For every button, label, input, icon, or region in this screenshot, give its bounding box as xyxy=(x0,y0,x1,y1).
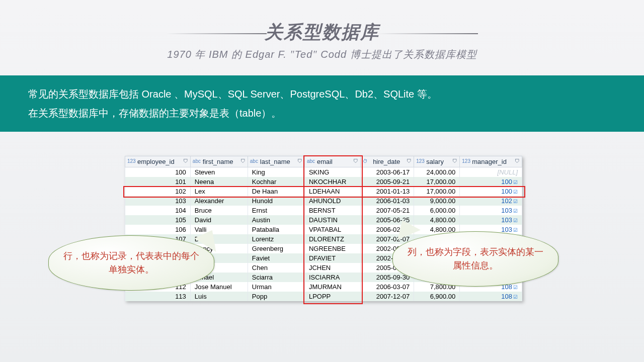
table-row: 103AlexanderHunoldAHUNOLD2006-01-039,000… xyxy=(125,196,522,206)
heading: 关系型数据库 1970 年 IBM 的 Edgar F. "Ted" Codd … xyxy=(0,0,644,61)
col-header-email: abcemail⛉ xyxy=(304,156,360,167)
band-line-1: 常见的关系型数据库包括 Oracle 、MySQL、SQL Server、Pos… xyxy=(28,84,616,104)
cell-employee_id: 100 xyxy=(125,167,191,177)
cell-last_name: Kochhar xyxy=(248,177,304,187)
quote-open: " xyxy=(290,49,294,60)
col-label: hire_date xyxy=(373,158,400,165)
cell-email: VPATABAL xyxy=(304,225,360,234)
band-line-2: 在关系型数据库中，存储数据的主要对象是表（table）。 xyxy=(28,104,616,123)
cell-email: AHUNOLD xyxy=(304,196,360,206)
col-label: salary xyxy=(426,158,444,165)
type-icon: abc xyxy=(193,158,201,164)
cell-salary: 6,000.00 xyxy=(414,206,460,215)
cell-email: BERNST xyxy=(304,206,360,215)
cell-first_name: Alexander xyxy=(190,196,248,206)
cell-first_name: Neena xyxy=(190,177,248,187)
cell-hire_date: 2001-01-13 xyxy=(361,187,414,196)
cell-hire_date: 2005-09-21 xyxy=(361,177,414,187)
cell-email: DAUSTIN xyxy=(304,215,360,225)
cell-email: DLORENTZ xyxy=(304,234,360,244)
cell-manager_id: 103☑ xyxy=(460,215,522,225)
cell-first_name: Luis xyxy=(190,292,248,301)
cell-last_name: De Haan xyxy=(248,187,304,196)
rule-left xyxy=(166,33,267,34)
callout-column: 列，也称为字段，表示实体的某一属性信息。 xyxy=(392,231,558,287)
cell-manager_id: 100☑ xyxy=(460,187,522,196)
cell-last_name: Faviet xyxy=(248,253,304,263)
col-header-manager_id: 123manager_id⛉ xyxy=(460,156,522,167)
rule-right xyxy=(377,33,478,34)
callout-row: 行，也称为记录，代表表中的每个单独实体。 xyxy=(48,235,214,291)
cell-email: NKOCHHAR xyxy=(304,177,360,187)
cell-manager_id: 103☑ xyxy=(460,206,522,215)
table-row: 113LuisPoppLPOPP2007-12-076,900.00108☑ xyxy=(125,292,522,301)
cell-employee_id: 101 xyxy=(125,177,191,187)
filter-icon: ⛉ xyxy=(407,158,412,164)
cell-last_name: Austin xyxy=(248,215,304,225)
cell-last_name: King xyxy=(248,167,304,177)
cell-last_name: Pataballa xyxy=(248,225,304,234)
cell-last_name: Sciarra xyxy=(248,273,304,282)
filter-icon: ⛉ xyxy=(183,158,188,164)
cell-employee_id: 103 xyxy=(125,196,191,206)
cell-email: DFAVIET xyxy=(304,253,360,263)
cell-hire_date: 2007-12-07 xyxy=(361,292,414,301)
cell-employee_id: 106 xyxy=(125,225,191,234)
col-label: employee_id xyxy=(137,158,175,165)
cell-email: SKING xyxy=(304,167,360,177)
cell-hire_date: 2006-01-03 xyxy=(361,196,414,206)
col-header-salary: 123salary⛉ xyxy=(414,156,460,167)
cell-first_name: Steven xyxy=(190,167,248,177)
cell-first_name: David xyxy=(190,215,248,225)
col-header-hire_date: ⏱hire_date⛉ xyxy=(361,156,414,167)
cell-last_name: Greenberg xyxy=(248,244,304,253)
cell-salary: 4,800.00 xyxy=(414,215,460,225)
col-label: email xyxy=(317,158,333,165)
cell-employee_id: 113 xyxy=(125,292,191,301)
type-icon: abc xyxy=(307,158,315,164)
table-row: 101NeenaKochharNKOCHHAR2005-09-2117,000.… xyxy=(125,177,522,187)
cell-employee_id: 105 xyxy=(125,215,191,225)
cell-salary: 24,000.00 xyxy=(414,167,460,177)
cell-email: LDEHAAN xyxy=(304,187,360,196)
cell-email: JMURMAN xyxy=(304,282,360,292)
table-row: 100StevenKingSKING2003-06-1724,000.00[NU… xyxy=(125,167,522,177)
table-row: 104BruceErnstBERNST2007-05-216,000.00103… xyxy=(125,206,522,215)
cell-email: LPOPP xyxy=(304,292,360,301)
figure-stage: 123employee_id⛉abcfirst_name⛉abclast_nam… xyxy=(0,132,644,348)
cell-last_name: Popp xyxy=(248,292,304,301)
col-label: last_name xyxy=(260,158,290,165)
filter-icon: ⛉ xyxy=(515,158,520,164)
col-label: first_name xyxy=(203,158,233,165)
cell-last_name: Urman xyxy=(248,282,304,292)
col-header-first_name: abcfirst_name⛉ xyxy=(190,156,248,167)
cell-last_name: Ernst xyxy=(248,206,304,215)
page-subtitle: 1970 年 IBM 的 Edgar F. "Ted" Codd 博士提出了关系… xyxy=(0,48,644,61)
col-label: manager_id xyxy=(472,158,507,165)
cell-salary: 6,900.00 xyxy=(414,292,460,301)
cell-manager_id: 108☑ xyxy=(460,292,522,301)
type-icon: abc xyxy=(250,158,258,164)
filter-icon: ⛉ xyxy=(353,158,358,164)
cell-first_name: Jose Manuel xyxy=(190,282,248,292)
type-icon: 123 xyxy=(462,158,470,164)
filter-icon: ⛉ xyxy=(297,158,302,164)
col-header-last_name: abclast_name⛉ xyxy=(248,156,304,167)
callout-row-text: 行，也称为记录，代表表中的每个单独实体。 xyxy=(62,249,201,277)
cell-email: ISCIARRA xyxy=(304,273,360,282)
cell-email: NGREENBE xyxy=(304,244,360,253)
col-header-employee_id: 123employee_id⛉ xyxy=(125,156,191,167)
cell-last_name: Hunold xyxy=(248,196,304,206)
type-icon: ⏱ xyxy=(363,158,368,164)
cell-last_name: Chen xyxy=(248,263,304,273)
cell-employee_id: 104 xyxy=(125,206,191,215)
info-band: 常见的关系型数据库包括 Oracle 、MySQL、SQL Server、Pos… xyxy=(0,75,644,132)
cell-last_name: Lorentz xyxy=(248,234,304,244)
page-title: 关系型数据库 xyxy=(265,20,379,45)
callout-column-text: 列，也称为字段，表示实体的某一属性信息。 xyxy=(406,245,545,273)
cell-manager_id: [NULL] xyxy=(460,167,522,177)
type-icon: 123 xyxy=(416,158,425,164)
cell-first_name: Lex xyxy=(190,187,248,196)
cell-hire_date: 2007-05-21 xyxy=(361,206,414,215)
filter-icon: ⛉ xyxy=(452,158,457,164)
